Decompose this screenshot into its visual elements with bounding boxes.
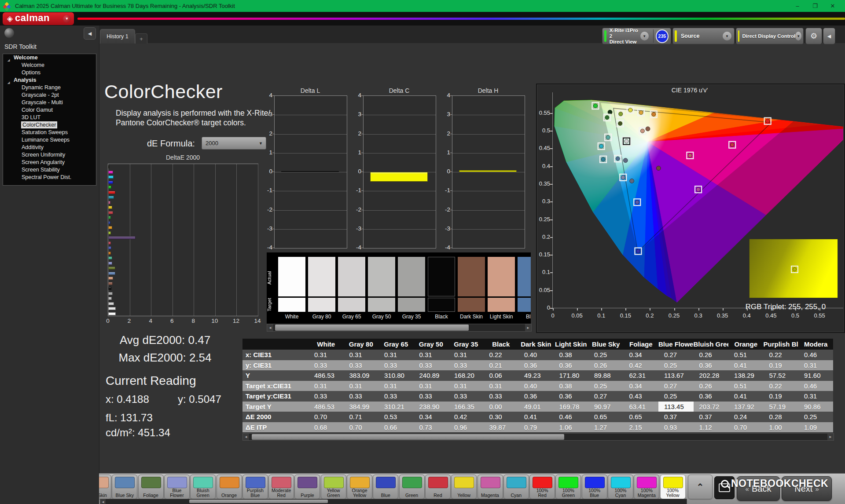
table-cell: 168.20	[448, 370, 484, 381]
patch-button-blue[interactable]: Blue	[373, 475, 398, 499]
sidebar-item-welcome[interactable]: Welcome	[3, 62, 96, 69]
logo-menu-button[interactable]: ▼	[63, 15, 71, 23]
cie-y-tick-label: 0.15	[533, 251, 550, 258]
source-label: Source	[681, 33, 699, 39]
patch-button-green[interactable]: Green	[399, 475, 425, 499]
tab-history-1[interactable]: History 1	[100, 29, 135, 44]
patch-button-ght-skin[interactable]: ght Skin	[99, 475, 111, 499]
patch-button-yellow[interactable]: Yellow	[451, 475, 477, 499]
sidebar-item-dynamic-range[interactable]: Dynamic Range	[3, 84, 96, 91]
patch-strip-scrollbar[interactable]: ◄	[100, 499, 687, 504]
source-dropdown[interactable]: Source ▼	[672, 28, 735, 44]
scroll-left-icon[interactable]: ◄	[267, 324, 273, 331]
table-cell: 0.42	[624, 360, 659, 371]
scrollbar-thumb[interactable]	[275, 325, 469, 331]
patch-button-purplish-blue[interactable]: PurplishBlue	[242, 475, 268, 499]
patch-button-magenta[interactable]: Magenta	[478, 475, 503, 499]
settings-button[interactable]: ⚙	[805, 28, 822, 44]
meter-dropdown[interactable]: X-Rite i1Pro 2 Direct View ▼ 235	[602, 28, 671, 44]
cie-y-tick-label: 0.45	[533, 145, 550, 151]
column-header-purplish-blue: Purplish Blue	[764, 339, 799, 350]
sidebar-item-screen-uniformity[interactable]: Screen Uniformity	[3, 151, 96, 159]
display-control-dropdown[interactable]: Direct Display Control ▼	[736, 28, 804, 44]
calman-logo[interactable]: ◈ calman ▼	[3, 12, 74, 25]
scroll-right-icon[interactable]: ►	[827, 434, 834, 440]
delta-chart-title: Delta C	[363, 87, 435, 94]
table-cell: 384.99	[344, 402, 379, 412]
patch-button-100-yellow[interactable]: 100%Yellow	[660, 475, 686, 499]
patch-button-yellow-green[interactable]: YellowGreen	[321, 475, 346, 499]
sidebar-item-additivity[interactable]: Additivity	[3, 144, 96, 151]
table-cell: 62.31	[624, 370, 659, 381]
magnifier-icon	[721, 480, 729, 488]
patch-button-100-blue[interactable]: 100%Blue	[582, 475, 607, 499]
scroll-right-icon[interactable]: ►	[525, 324, 531, 331]
sidebar-sphere-button[interactable]	[4, 28, 14, 38]
patch-label: Light Skin	[488, 314, 515, 320]
chevron-up-icon: ⌃	[697, 482, 704, 492]
chevron-down-icon[interactable]: ▼	[640, 32, 649, 40]
patch-button-label: OrangeYellow	[347, 488, 372, 498]
target-swatch-4	[398, 298, 425, 312]
expand-strip-button[interactable]: ⌃	[688, 475, 713, 499]
patch-button-moderate-red[interactable]: ModerateRed	[268, 475, 294, 499]
patch-button-orange[interactable]: Orange	[217, 475, 242, 499]
collapse-panel-button[interactable]: ◀	[823, 28, 835, 44]
sidebar-item-welcome[interactable]: ◢Welcome	[3, 54, 96, 62]
meter-count-badge[interactable]: 235	[656, 29, 669, 43]
sidebar-item-luminance-sweeps[interactable]: Luminance Sweeps	[3, 136, 96, 144]
patch-button-label: Blue Sky	[112, 493, 137, 498]
sidebar-item-options[interactable]: Options	[3, 69, 96, 77]
cie-x-tick-label: 0.25	[665, 312, 684, 319]
patch-button-blue-sky[interactable]: Blue Sky	[112, 475, 137, 499]
sidebar-item-grayscale-2pt[interactable]: Grayscale - 2pt	[3, 91, 96, 99]
swatch-strip-scrollbar[interactable]: ◄►	[267, 324, 532, 332]
patch-button-cyan[interactable]: Cyan	[503, 475, 529, 499]
scrollbar-thumb[interactable]	[189, 500, 328, 503]
patch-button-purple[interactable]: Purple	[294, 475, 320, 499]
patch-button-orange-yellow[interactable]: OrangeYellow	[347, 475, 372, 499]
delta-l-chart: Delta L43210-1-2-3-4	[261, 87, 346, 255]
sidebar-item-saturation-sweeps[interactable]: Saturation Sweeps	[3, 129, 96, 136]
actual-swatch-6	[458, 257, 485, 296]
patch-button-foliage[interactable]: Foliage	[138, 475, 164, 499]
scroll-left-icon[interactable]: ◄	[100, 499, 106, 504]
maximize-icon[interactable]: ❐	[806, 0, 824, 12]
table-row: Y486.53383.09310.80240.89168.200.0649.23…	[242, 370, 833, 381]
patch-button-red[interactable]: Red	[425, 475, 451, 499]
sidebar-item-analysis[interactable]: ◢Analysis	[3, 77, 96, 84]
sidebar-item-color-gamut[interactable]: Color Gamut	[3, 106, 96, 114]
patch-button-100-magenta[interactable]: 100%Magenta	[634, 475, 659, 499]
close-icon[interactable]: ✕	[824, 0, 841, 12]
minimize-icon[interactable]: –	[789, 0, 806, 12]
patch-button-100-green[interactable]: 100%Green	[555, 475, 581, 499]
sidebar-item-colorchecker[interactable]: ColorChecker	[3, 121, 96, 129]
sidebar-collapse-icon[interactable]: ◀	[84, 27, 96, 40]
patch-button-blue-flower[interactable]: BlueFlower	[164, 475, 190, 499]
sidebar-item-spectral-power-dist-[interactable]: Spectral Power Dist.	[3, 174, 96, 181]
patch-button-bluish-green[interactable]: BluishGreen	[190, 475, 216, 499]
row-label: Y	[242, 370, 309, 381]
chevron-down-icon[interactable]: ▼	[723, 32, 731, 40]
sidebar-item-screen-angularity[interactable]: Screen Angularity	[3, 159, 96, 166]
table-cell: 49.23	[518, 370, 554, 381]
scroll-left-icon[interactable]: ◄	[243, 434, 249, 440]
add-tab-button[interactable]: +	[135, 33, 147, 44]
patch-button-swatch	[220, 477, 239, 488]
table-cell: 0.33	[344, 391, 379, 402]
sidebar-item-3d-lut[interactable]: 3D LUT	[3, 114, 96, 121]
chevron-down-icon[interactable]: ▼	[795, 32, 801, 40]
table-scrollbar[interactable]: ◄►	[242, 433, 834, 441]
patch-button-100-red[interactable]: 100%Red	[529, 475, 555, 499]
table-cell: 0.19	[764, 360, 799, 371]
table-cell: 0.21	[484, 360, 519, 371]
patch-button-100-cyan[interactable]: 100%Cyan	[608, 475, 633, 499]
sidebar-item-label: Additivity	[22, 144, 44, 150]
sidebar-item-screen-stability[interactable]: Screen Stability	[3, 166, 96, 174]
table-cell: 0.31	[378, 350, 414, 360]
actual-swatch-2	[338, 257, 365, 296]
de-formula-dropdown[interactable]: 2000 ▼	[202, 137, 266, 150]
table-cell: 0.25	[798, 412, 833, 422]
sidebar-item-grayscale-multi[interactable]: Grayscale - Multi	[3, 99, 96, 106]
scrollbar-thumb[interactable]	[252, 434, 564, 440]
